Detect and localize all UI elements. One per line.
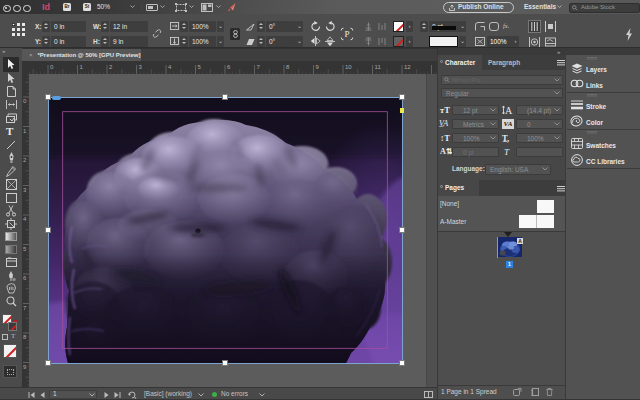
svg-text:10: 10	[345, 64, 352, 70]
svg-text:7: 7	[257, 64, 261, 70]
svg-text:1: 1	[80, 64, 84, 70]
svg-text:12: 12	[404, 64, 411, 70]
svg-text:9: 9	[23, 364, 27, 370]
svg-text:0: 0	[50, 64, 54, 70]
svg-text:8: 8	[23, 334, 27, 340]
svg-text:11: 11	[375, 64, 382, 70]
svg-text:4: 4	[23, 216, 27, 222]
svg-text:0: 0	[23, 98, 27, 104]
svg-text:8: 8	[286, 64, 290, 70]
svg-text:3: 3	[139, 64, 143, 70]
svg-text:6: 6	[227, 64, 231, 70]
svg-text:P: P	[344, 29, 349, 39]
svg-text:9: 9	[316, 64, 320, 70]
svg-text:A: A	[505, 105, 513, 116]
svg-text:2: 2	[23, 157, 27, 163]
svg-text:6: 6	[23, 275, 27, 281]
svg-text:5: 5	[23, 246, 27, 252]
svg-text:4: 4	[168, 64, 172, 70]
svg-text:7: 7	[23, 305, 27, 311]
svg-text:2: 2	[109, 64, 113, 70]
svg-text:5: 5	[198, 64, 202, 70]
svg-text:3: 3	[23, 187, 27, 193]
svg-text:1: 1	[23, 128, 27, 134]
